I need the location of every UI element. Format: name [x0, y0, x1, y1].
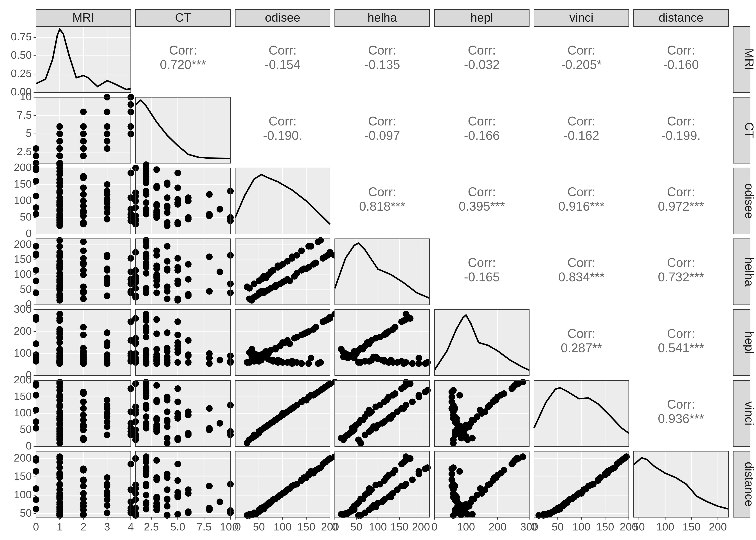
svg-point-278: [175, 201, 181, 208]
svg-point-741: [272, 346, 279, 352]
panel-vinci-MRI: [33, 379, 134, 447]
svg-point-1338: [153, 457, 160, 464]
svg-point-439: [143, 251, 150, 257]
svg-point-498: [291, 273, 298, 280]
svg-point-1050: [249, 435, 255, 442]
svg-point-1598: [515, 455, 522, 462]
svg-text:50: 50: [633, 521, 645, 533]
svg-point-808: [394, 359, 401, 366]
svg-point-96: [80, 153, 87, 159]
svg-point-356: [80, 288, 87, 295]
svg-point-979: [175, 415, 181, 422]
panel-helha-vinci: Corr:0.834***: [559, 256, 605, 284]
svg-point-347: [104, 267, 110, 274]
svg-point-1591: [450, 512, 457, 519]
svg-point-262: [143, 207, 150, 214]
svg-point-1196: [494, 394, 501, 400]
svg-point-1514: [401, 483, 407, 489]
svg-point-809: [401, 360, 407, 367]
svg-point-667: [206, 360, 213, 367]
svg-text:1: 1: [57, 521, 63, 533]
panel-distance-vinci: [534, 451, 630, 519]
svg-point-775: [409, 360, 416, 367]
svg-point-160: [80, 191, 87, 198]
svg-point-1241: [104, 510, 110, 516]
svg-point-94: [80, 130, 87, 137]
svg-point-273: [153, 203, 160, 209]
panel-CT-odisee: Corr:-0.190.: [263, 114, 302, 143]
svg-point-1259: [104, 496, 110, 503]
corr-value: 0.972***: [658, 199, 704, 213]
svg-point-493: [306, 243, 312, 250]
svg-point-738: [289, 360, 295, 367]
corr-value: 0.732***: [658, 270, 704, 284]
svg-point-325: [80, 255, 87, 262]
svg-point-887: [56, 437, 63, 443]
svg-point-277: [164, 219, 171, 226]
svg-text:200: 200: [14, 325, 32, 337]
svg-point-1347: [164, 496, 171, 503]
svg-text:Corr:: Corr:: [368, 43, 396, 57]
svg-text:0.75: 0.75: [11, 31, 32, 43]
corr-value: 0.541***: [658, 341, 704, 355]
svg-point-1343: [185, 490, 192, 497]
svg-point-1041: [315, 389, 321, 395]
svg-point-1112: [355, 437, 362, 443]
corr-value: 0.287**: [561, 341, 602, 355]
svg-point-1357: [153, 495, 160, 502]
svg-point-415: [175, 255, 181, 262]
svg-point-1113: [422, 389, 429, 395]
svg-point-966: [153, 428, 160, 435]
svg-point-819: [385, 328, 392, 335]
svg-point-951: [175, 385, 181, 392]
svg-point-1362: [175, 494, 181, 500]
panel-CT-distance: Corr:-0.199.: [661, 114, 700, 143]
svg-point-563: [104, 330, 110, 336]
svg-text:200: 200: [412, 521, 430, 533]
svg-point-1681: [571, 494, 577, 500]
panel-distance-MRI: [33, 451, 134, 519]
svg-point-1122: [340, 435, 347, 442]
svg-text:50: 50: [20, 423, 32, 435]
svg-point-279: [206, 211, 213, 217]
svg-text:odisee: odisee: [743, 183, 756, 218]
svg-text:200: 200: [709, 521, 727, 533]
svg-point-1673: [585, 483, 592, 489]
svg-point-814: [368, 357, 375, 363]
svg-text:200: 200: [14, 374, 32, 386]
svg-point-1262: [80, 477, 87, 484]
svg-point-946: [185, 432, 192, 438]
svg-point-861: [80, 405, 87, 412]
svg-point-182: [104, 204, 110, 211]
svg-point-1268: [80, 503, 87, 510]
svg-point-938: [175, 437, 181, 443]
svg-point-1441: [275, 494, 281, 500]
svg-point-350: [80, 267, 87, 274]
svg-text:0: 0: [531, 521, 537, 533]
svg-point-1431: [315, 466, 321, 472]
svg-point-1443: [306, 472, 312, 478]
svg-point-720: [284, 337, 291, 344]
svg-rect-609: [136, 310, 230, 376]
svg-point-674: [164, 353, 171, 360]
panel-hepl-helha: [335, 310, 431, 376]
svg-rect-750: [335, 310, 430, 376]
svg-point-1671: [609, 466, 616, 472]
svg-text:Corr:: Corr:: [368, 185, 396, 199]
svg-point-651: [153, 316, 160, 323]
panel-helha-odisee: [235, 237, 338, 305]
svg-text:100: 100: [14, 407, 32, 419]
svg-point-1190: [515, 380, 522, 387]
svg-point-886: [80, 399, 87, 405]
svg-point-748: [306, 328, 312, 335]
svg-point-364: [56, 264, 63, 271]
svg-point-441: [153, 265, 160, 272]
svg-point-191: [80, 209, 87, 216]
svg-point-271: [143, 200, 150, 206]
svg-point-587: [80, 360, 87, 367]
svg-point-517: [306, 264, 312, 271]
svg-point-276: [153, 183, 160, 190]
svg-point-818: [351, 350, 357, 357]
pairs-plot: MRICTodiseehelhaheplvincidistanceMRICTod…: [0, 4, 756, 540]
svg-point-975: [143, 380, 150, 387]
